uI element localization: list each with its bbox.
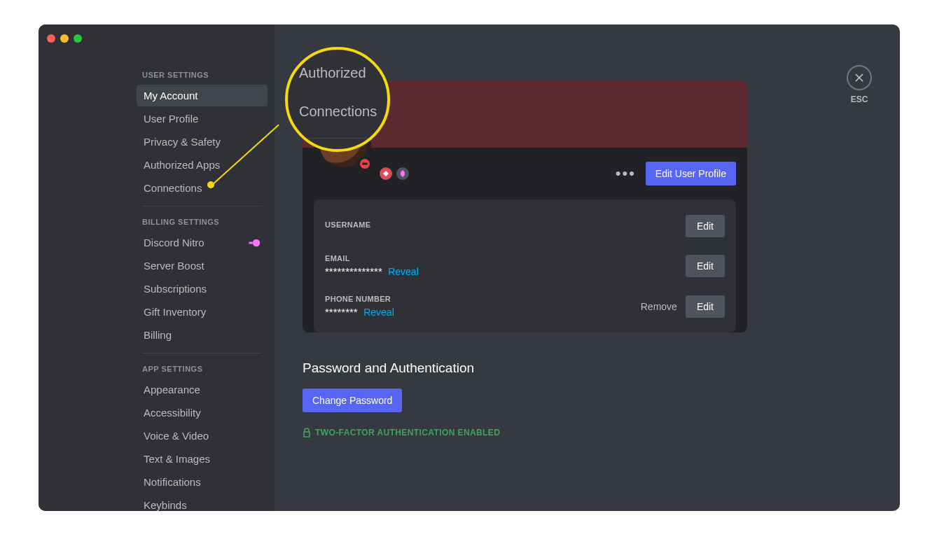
svg-point-0 [253,239,261,246]
sidebar-item-keybinds[interactable]: Keybinds [137,494,268,511]
sidebar-item-user-profile[interactable]: User Profile [137,108,268,130]
sidebar-item-accessibility[interactable]: Accessibility [137,402,268,424]
sidebar-item-label: User Profile [144,113,198,125]
sidebar-item-label: Authorized Apps [144,159,220,171]
callout-magnifier: Authorized Connections [285,47,390,152]
sidebar-item-text-images[interactable]: Text & Images [137,448,268,470]
window-minimize-dot[interactable] [60,34,69,43]
email-value: ************** [325,265,382,277]
username-label: USERNAME [325,220,370,229]
reveal-email-link[interactable]: Reveal [388,266,419,277]
sidebar-item-notifications[interactable]: Notifications [137,471,268,493]
callout-text-top: Authorized [288,61,387,85]
sidebar-item-label: Voice & Video [144,430,209,442]
sidebar-item-label: Discord Nitro [144,237,204,248]
window-close-dot[interactable] [47,34,55,43]
field-row-email: EMAIL ************** Reveal Edit [325,250,725,290]
sidebar-item-label: Privacy & Safety [144,136,221,148]
sidebar-item-label: My Account [144,90,198,102]
edit-email-button[interactable]: Edit [686,255,725,277]
sidebar-item-my-account[interactable]: My Account [137,85,268,106]
sidebar-item-label: Accessibility [144,407,201,419]
phone-label: PHONE NUMBER [325,295,394,303]
reveal-phone-link[interactable]: Reveal [363,307,394,318]
sidebar-item-label: Appearance [144,384,200,396]
two-factor-label: TWO-FACTOR AUTHENTICATION ENABLED [315,428,500,438]
esc-label: ESC [851,94,868,104]
sidebar-item-server-boost[interactable]: Server Boost [137,255,268,276]
sidebar-item-label: Keybinds [144,499,187,511]
edit-user-profile-button[interactable]: Edit User Profile [646,162,736,186]
more-options-button[interactable]: ••• [616,166,636,181]
callout-source-dot [207,181,214,188]
window-zoom-dot[interactable] [74,34,82,43]
field-row-phone: PHONE NUMBER ******** Reveal Remove Edit [325,290,725,321]
window-controls [47,34,82,43]
sidebar-section-user: USER SETTINGS [137,66,268,83]
close-icon [847,65,872,90]
boost-badge-icon [396,167,409,180]
two-factor-status: TWO-FACTOR AUTHENTICATION ENABLED [303,428,872,438]
profile-badges [380,167,409,180]
close-settings-button[interactable]: ESC [847,65,872,104]
edit-phone-button[interactable]: Edit [686,295,725,318]
sidebar-item-label: Subscriptions [144,283,207,295]
sidebar-item-authorized-apps[interactable]: Authorized Apps [137,154,268,176]
sidebar-divider [142,353,262,354]
sidebar-item-privacy[interactable]: Privacy & Safety [137,131,268,153]
nitro-icon [248,239,261,247]
sidebar-item-label: Server Boost [144,260,204,272]
field-row-username: USERNAME Edit [325,211,725,250]
sidebar-item-subscriptions[interactable]: Subscriptions [137,278,268,300]
change-password-button[interactable]: Change Password [303,388,402,412]
callout-divider [298,138,377,139]
lock-icon [303,428,311,438]
settings-window: USER SETTINGS My Account User Profile Pr… [39,24,900,511]
sidebar-section-app: APP SETTINGS [137,360,268,377]
edit-username-button[interactable]: Edit [686,215,725,237]
phone-value: ******** [325,306,358,318]
sidebar-item-billing[interactable]: Billing [137,324,268,346]
sidebar-item-label: Billing [144,329,172,341]
sidebar-item-appearance[interactable]: Appearance [137,379,268,400]
status-dnd-icon [357,156,373,172]
account-info-block: USERNAME Edit EMAIL ************** Revea… [314,200,736,332]
sidebar-item-connections[interactable]: Connections [137,177,268,199]
remove-phone-link[interactable]: Remove [641,301,677,312]
sidebar-item-label: Gift Inventory [144,306,206,318]
sidebar-item-voice-video[interactable]: Voice & Video [137,425,268,447]
sidebar-item-label: Connections [144,182,202,194]
password-section-title: Password and Authentication [303,360,872,376]
sidebar-item-label: Notifications [144,476,201,488]
sidebar-divider [142,206,262,206]
hypesquad-badge-icon [380,167,392,180]
sidebar-item-gift-inventory[interactable]: Gift Inventory [137,301,268,323]
callout-text-bottom: Connections [288,99,387,124]
sidebar-section-billing: BILLING SETTINGS [137,214,268,230]
profile-card-header: ••• Edit User Profile [303,148,747,200]
sidebar-item-nitro[interactable]: Discord Nitro [137,232,268,253]
sidebar-item-label: Text & Images [144,453,210,465]
settings-sidebar: USER SETTINGS My Account User Profile Pr… [39,24,275,511]
email-label: EMAIL [325,254,419,262]
